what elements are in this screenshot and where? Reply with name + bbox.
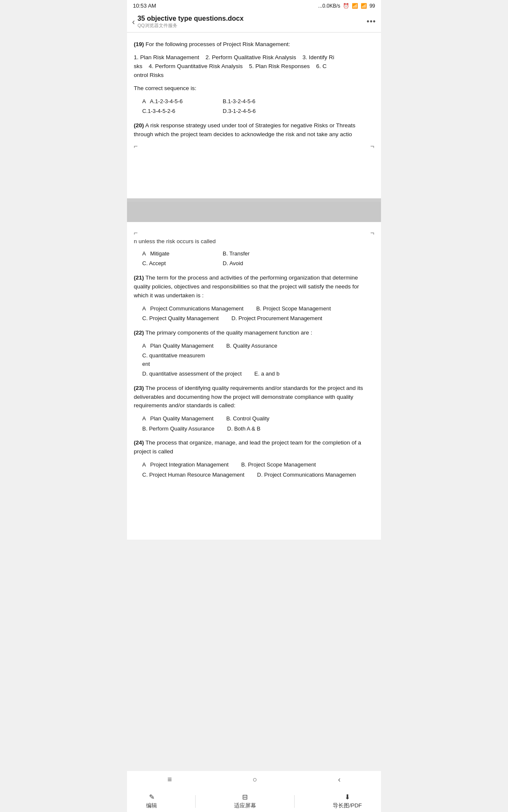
nav-subtitle: QQ浏览器文件服务 xyxy=(138,22,244,29)
q19-number: (19) xyxy=(134,41,144,47)
wifi-icon: 📶 xyxy=(361,3,367,9)
bottom-right-corner: ¬ xyxy=(370,143,374,150)
question-20: (20) A risk response strategy used under… xyxy=(134,121,374,139)
question-21: (21) The term for the process and activi… xyxy=(134,274,374,300)
back-button[interactable]: ‹ xyxy=(132,17,135,27)
q24-number: (24) xyxy=(134,439,144,446)
question-23: (23) The process of identifying quality … xyxy=(134,384,374,411)
q20-options-row: A Mitigate B. Transfer C. Accept D. Avoi… xyxy=(142,250,374,268)
top-nav: ‹ 35 objective type questions.docx QQ浏览器… xyxy=(127,11,381,33)
network-speed: ...0.0KB/s xyxy=(318,3,340,9)
q23-number: (23) xyxy=(134,385,144,391)
q21-option-d: D. Project Procurement Management xyxy=(232,314,323,323)
document-title: 35 objective type questions.docx xyxy=(138,15,244,22)
question-22: (22) The primary components of the quali… xyxy=(134,329,374,337)
q19-option-c: C.1-3-4-5-2-6 xyxy=(142,107,210,115)
top-right-corner: ¬ xyxy=(370,230,374,236)
top-left-corner: ⌐ xyxy=(134,230,138,236)
q23-option-d: D. Both A & B xyxy=(227,425,295,433)
time-display: 10:53 AM xyxy=(133,3,156,9)
battery-display: 99 xyxy=(370,3,375,9)
q21-options: A Project Communications Management B. P… xyxy=(134,304,374,323)
q24-option-a: A Project Integration Management xyxy=(142,461,229,469)
q20-text: A risk response strategy used under tool… xyxy=(134,122,356,137)
q19-items: 1. Plan Risk Management 2. Perform Quali… xyxy=(134,53,374,80)
q20-option-c: C. Accept xyxy=(142,259,210,268)
q23-option-a: A Plan Quality Management xyxy=(142,414,213,423)
q24-row1: A Project Integration Management B. Proj… xyxy=(142,461,374,469)
signal-icon: 📶 xyxy=(352,3,358,9)
q20-continued: n unless the risk occurs is called xyxy=(134,237,374,246)
page-gap xyxy=(127,202,381,222)
q22-text: The primary components of the quality ma… xyxy=(146,329,312,336)
q19-option-b: B.1-3-2-4-5-6 xyxy=(223,97,290,106)
q22-option-b: B. Quality Assurance xyxy=(226,342,294,350)
q21-option-c: C. Project Quality Management xyxy=(142,314,219,323)
q22-row2: D. quantitative assessment of the projec… xyxy=(142,370,374,378)
q19-option-a: A A.1-2-3-4-5-6 xyxy=(142,97,210,106)
q20-number: (20) xyxy=(134,122,144,129)
q19-options: A A.1-2-3-4-5-6 B.1-3-2-4-5-6 C.1-3-4-5-… xyxy=(134,97,374,115)
q21-row2: C. Project Quality Management D. Project… xyxy=(142,314,374,323)
page-bottom-corners: ⌐ ¬ xyxy=(134,143,374,150)
q22-option-a: A Plan Quality Management xyxy=(142,342,213,350)
q21-row1: A Project Communications Management B. P… xyxy=(142,304,374,313)
q22-option-e: E. a and b xyxy=(254,370,322,378)
q23-text: The process of identifying quality requi… xyxy=(134,385,363,409)
q22-option-d: D. quantitative assessment of the projec… xyxy=(142,370,242,378)
q20-option-a: A Mitigate xyxy=(142,250,210,258)
q23-row2: B. Perform Quality Assurance D. Both A &… xyxy=(142,425,374,433)
nav-title-area: 35 objective type questions.docx QQ浏览器文件… xyxy=(138,15,244,29)
q24-text: The process that organize, manage, and l… xyxy=(134,439,361,455)
q23-option-b2: B. Perform Quality Assurance xyxy=(142,425,215,433)
q22-row1: A Plan Quality Management B. Quality Ass… xyxy=(142,342,374,368)
alarm-icon: ⏰ xyxy=(343,3,349,9)
q21-text: The term for the process and activities … xyxy=(134,274,359,299)
q24-row2: C. Project Human Resource Management D. … xyxy=(142,471,374,479)
q21-option-b: B. Project Scope Management xyxy=(256,304,331,313)
more-options-button[interactable]: ••• xyxy=(367,17,376,26)
q19-text: For the following processes of Project R… xyxy=(146,41,290,47)
q22-options: A Plan Quality Management B. Quality Ass… xyxy=(134,342,374,378)
nav-left: ‹ 35 objective type questions.docx QQ浏览器… xyxy=(132,15,243,29)
q21-option-a: A Project Communications Management xyxy=(142,304,243,313)
page-top-corners: ⌐ ¬ xyxy=(134,230,374,236)
q19-option-d: D.3-1-2-4-5-6 xyxy=(223,107,290,115)
status-bar: 10:53 AM ...0.0KB/s ⏰ 📶 📶 99 xyxy=(127,0,381,11)
q24-options: A Project Integration Management B. Proj… xyxy=(134,461,374,479)
q23-option-b: B. Control Quality xyxy=(226,414,294,423)
q20-options: A Mitigate B. Transfer C. Accept D. Avoi… xyxy=(134,250,374,268)
bottom-left-corner: ⌐ xyxy=(134,143,138,150)
q19-followup: The correct sequence is: xyxy=(134,84,374,93)
q21-number: (21) xyxy=(134,274,144,281)
q20-option-b: B. Transfer xyxy=(223,250,290,258)
q24-option-d: D. Project Communications Managemen xyxy=(257,471,356,479)
q23-options: A Plan Quality Management B. Control Qua… xyxy=(134,414,374,433)
q22-option-c: C. quantitative measurement xyxy=(142,351,210,368)
question-19: (19) For the following processes of Proj… xyxy=(134,40,374,49)
q23-row1: A Plan Quality Management B. Control Qua… xyxy=(142,414,374,423)
q24-option-b: B. Project Scope Management xyxy=(241,461,316,469)
document-page-2: ⌐ ¬ n unless the risk occurs is called A… xyxy=(127,222,381,540)
q24-option-c: C. Project Human Resource Management xyxy=(142,471,244,479)
q22-number: (22) xyxy=(134,329,144,336)
status-right: ...0.0KB/s ⏰ 📶 📶 99 xyxy=(318,3,375,9)
question-24: (24) The process that organize, manage, … xyxy=(134,439,374,456)
q19-options-row: A A.1-2-3-4-5-6 B.1-3-2-4-5-6 C.1-3-4-5-… xyxy=(142,97,374,115)
q20-option-d: D. Avoid xyxy=(223,259,290,268)
document-page-1: (19) For the following processes of Proj… xyxy=(127,33,381,202)
